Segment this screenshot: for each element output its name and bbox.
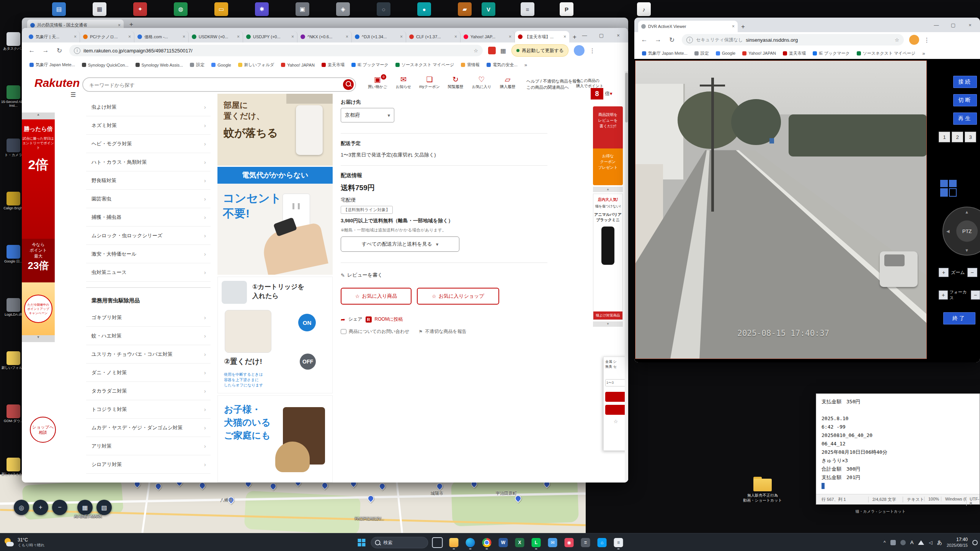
- browser-tab[interactable]: 気象庁 | 天...×: [26, 31, 80, 42]
- category-item[interactable]: 野良猫対策›: [86, 171, 211, 190]
- bookmark-item[interactable]: 電気の安全...: [487, 62, 517, 68]
- menu-kebab-icon[interactable]: ⋮: [589, 47, 595, 54]
- desktop-icon-v[interactable]: V: [482, 2, 495, 16]
- right-banner-scroll-up[interactable]: ▲: [593, 187, 623, 192]
- scrollbar-track[interactable]: [625, 71, 628, 483]
- rakuten-logo[interactable]: Rakuten: [34, 77, 80, 90]
- focus-out-button[interactable]: −: [971, 290, 980, 300]
- notification-bell-icon[interactable]: [972, 540, 978, 545]
- mini-buy-button[interactable]: [605, 405, 626, 415]
- bookmark-item[interactable]: ソースネクスト マイページ: [395, 62, 454, 68]
- forward-icon[interactable]: →: [39, 47, 52, 54]
- desktop-icon[interactable]: ◌: [377, 2, 390, 16]
- calculator-icon[interactable]: =: [578, 535, 593, 550]
- ptz-left-icon[interactable]: ◀: [946, 229, 949, 234]
- coupon-button[interactable]: ❏myクーポン: [418, 76, 441, 90]
- share-row[interactable]: ➦ シェア R ROOMに投稿: [341, 316, 403, 323]
- desktop-icon-music[interactable]: ♪: [637, 2, 651, 16]
- promo-banner-4[interactable]: お子様・ 犬猫のいる ご家庭にも: [217, 395, 333, 483]
- close-icon[interactable]: ×: [237, 34, 240, 39]
- bookmark-item[interactable]: 設定: [190, 62, 204, 68]
- edge-icon[interactable]: [463, 535, 478, 550]
- category-item[interactable]: 園芸害虫›: [86, 190, 211, 208]
- desktop-icon[interactable]: ▣: [296, 2, 309, 16]
- desktop-icon[interactable]: ◈: [336, 2, 350, 16]
- category-item[interactable]: ハト・カラス・鳥類対策›: [86, 153, 211, 171]
- extensions-icon[interactable]: [488, 47, 496, 54]
- map-pin[interactable]: [366, 494, 375, 503]
- promo-banner-2[interactable]: 電気代がかからない コンセント 不要!: [217, 167, 333, 275]
- category-item[interactable]: 蚊・ハエ対策›: [86, 327, 211, 345]
- right-banner-review[interactable]: 商品説明をレビューを書くだけ! お得なクーポンプレゼント: [593, 106, 623, 185]
- desktop-icon-p[interactable]: P: [560, 2, 573, 16]
- volume-icon[interactable]: ◁: [929, 540, 932, 545]
- all-shipping-methods-button[interactable]: すべての配送方法と送料を見る▾: [341, 236, 459, 252]
- map-photos-button[interactable]: ▧: [96, 500, 112, 515]
- desktop-icon[interactable]: ✦: [133, 2, 147, 16]
- map-pin[interactable]: [268, 481, 278, 491]
- favorites-button[interactable]: ♡お気に入り: [470, 76, 493, 90]
- bookmark-item[interactable]: 楽天市場: [783, 51, 806, 56]
- bookmark-item[interactable]: Synology Web Assis...: [136, 63, 183, 67]
- favorite-item-button[interactable]: ☆お気に入り商品: [341, 288, 412, 305]
- bookmarks-overflow-icon[interactable]: »: [922, 51, 925, 56]
- notepad-text-area[interactable]: 支払金額 350円 2025.8.10 6:42 -99 20250810_06…: [822, 398, 977, 493]
- close-icon[interactable]: ×: [183, 34, 185, 39]
- mini-fav-icon[interactable]: ☆: [605, 419, 626, 424]
- back-icon[interactable]: ←: [25, 47, 39, 54]
- close-icon[interactable]: ×: [564, 34, 566, 39]
- desktop-icon-label[interactable]: AV-8NET-MARK: [57, 514, 119, 518]
- browser-tab[interactable]: PC/テクノロ...×: [80, 31, 134, 42]
- bookmark-item[interactable]: 新しいフォルダ: [238, 62, 274, 68]
- category-item[interactable]: ユスリカ・チョウバエ・コバエ対策›: [86, 345, 211, 364]
- ptz-center[interactable]: PTZ: [956, 220, 978, 242]
- excel-icon[interactable]: X: [513, 535, 527, 550]
- mini-cart-button[interactable]: [605, 392, 626, 402]
- bookmark-item[interactable]: 設定: [694, 51, 709, 56]
- address-bar[interactable]: i セキュリティ保護なし sinsenyasai.nsddns.org ☆: [682, 34, 904, 46]
- maximize-button[interactable]: ▢: [593, 28, 610, 42]
- banner-scroll-up[interactable]: ▲: [22, 112, 55, 119]
- tray-expand-icon[interactable]: ^: [884, 540, 886, 545]
- right-banner-cat[interactable]: 店内大人気! 猫を傷つけない! アニマルバリア ブラックミニ 猫よけ対策商品: [593, 194, 623, 320]
- banner-scroll-down[interactable]: ▼: [22, 335, 55, 342]
- map-pin[interactable]: [377, 481, 387, 491]
- cart-button[interactable]: ▣0 買い物かご: [366, 76, 389, 90]
- minimize-button[interactable]: —: [928, 18, 945, 32]
- folder-icon[interactable]: [753, 477, 772, 491]
- bookmark-star-icon[interactable]: ☆: [895, 37, 899, 43]
- dvr-channel-1-button[interactable]: 1: [939, 132, 950, 142]
- category-item[interactable]: シロアリ対策›: [86, 455, 211, 474]
- bookmark-star-icon[interactable]: ☆: [474, 48, 478, 54]
- address-bar[interactable]: i item.rakuten.co.jp/campaign365/4987115…: [69, 45, 483, 56]
- write-review-link[interactable]: ✎レビューを書く: [341, 272, 382, 279]
- dvr-connect-button[interactable]: 接続: [953, 76, 977, 88]
- map-locate-button[interactable]: ◎: [14, 500, 29, 515]
- dvr-channel-2-button[interactable]: 2: [952, 132, 963, 142]
- shop-contact-button[interactable]: ショップへ相談: [30, 417, 56, 443]
- status-zoom[interactable]: 100%: [924, 497, 939, 501]
- hamburger-icon[interactable]: ☰: [70, 91, 76, 98]
- desktop-icon[interactable]: ▤: [52, 2, 66, 16]
- notepad-app-icon[interactable]: ≡: [611, 535, 626, 550]
- dvr-play-button[interactable]: 再生: [953, 112, 977, 125]
- close-icon[interactable]: ×: [732, 24, 735, 29]
- reload-icon[interactable]: ↻: [52, 47, 66, 55]
- category-item[interactable]: ムカデ・ヤスデ・ゲジ・ダンゴムシ対策›: [86, 419, 211, 437]
- browser-tab[interactable]: Yahoo! JAP...×: [461, 31, 515, 42]
- desktop-icon[interactable]: ▰: [458, 2, 472, 16]
- avatar[interactable]: [574, 45, 585, 56]
- word-icon[interactable]: W: [496, 535, 511, 550]
- bookmarks-overflow-icon[interactable]: »: [524, 62, 527, 68]
- mini-qty-select[interactable]: 1〜3: [605, 379, 626, 386]
- category-item[interactable]: 激安・大特価セール›: [86, 245, 211, 263]
- inquiry-link[interactable]: 商品についてのお問い合わせ ⚑ 不適切な商品を報告: [341, 328, 467, 335]
- reload-icon[interactable]: ↻: [665, 36, 679, 44]
- map-pin[interactable]: [154, 481, 163, 491]
- close-icon[interactable]: ×: [128, 34, 131, 39]
- category-item[interactable]: アリ対策›: [86, 437, 211, 455]
- desktop-icon[interactable]: ≡: [521, 2, 534, 16]
- zoom-in-button[interactable]: +: [939, 268, 949, 277]
- task-view-icon[interactable]: [430, 535, 445, 550]
- close-icon[interactable]: ×: [509, 34, 511, 39]
